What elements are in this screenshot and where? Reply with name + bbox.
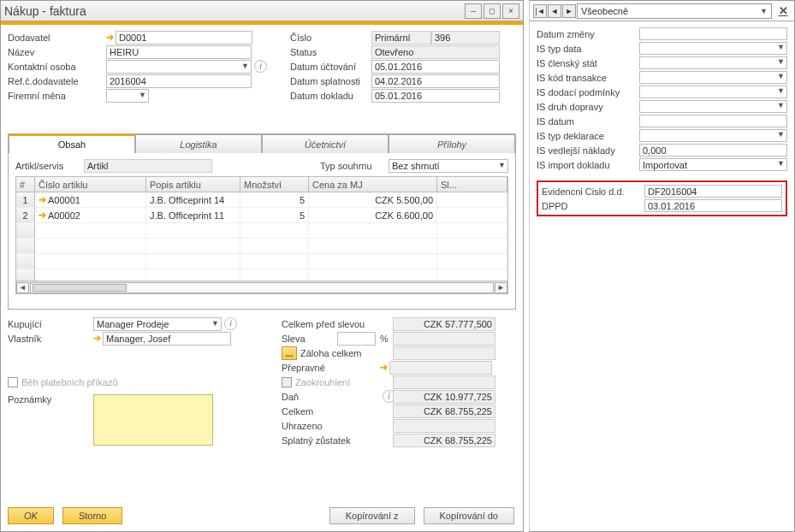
side-field[interactable]: 0,000 [639,144,787,157]
category-combo[interactable]: Všeobecně ▼ [577,3,772,19]
side-field[interactable] [639,27,787,40]
remarks-field[interactable] [93,394,213,446]
discount-pct-field[interactable] [337,332,376,346]
cell-qty[interactable]: 5 [240,208,309,222]
cell-empty[interactable] [146,223,240,238]
close-panel-icon[interactable]: ✕ [775,4,791,18]
col-item-desc[interactable]: Popis artiklu [146,177,240,192]
cell-empty[interactable] [240,223,309,238]
table-row[interactable]: 2➔A00002J.B. Officeprint 115CZK 6.600,00 [16,208,507,223]
cell-empty[interactable] [437,223,507,238]
side-combo[interactable]: ▼ [639,100,787,113]
buyer-combo[interactable]: Manager Prodeje▼ [93,317,222,331]
col-num[interactable]: # [16,177,35,192]
evidence-number-field[interactable]: DF2016004 [644,185,782,198]
downpayment-button[interactable]: ... [282,346,297,360]
owner-field[interactable]: Manager, Josef [103,332,231,346]
side-field[interactable] [639,115,787,127]
side-combo[interactable]: ▼ [639,56,787,69]
refnum-field[interactable]: 2016004 [106,74,252,88]
cell-empty[interactable] [437,239,507,253]
cancel-button[interactable]: Storno [62,507,122,524]
side-combo[interactable]: ▼ [639,129,787,142]
posting-date-field[interactable]: 05.01.2016 [371,60,500,74]
due-date-field[interactable]: 04.02.2016 [371,74,500,88]
link-arrow-icon[interactable]: ➔ [39,210,46,220]
scroll-right-icon[interactable]: ► [495,282,507,293]
cell-empty[interactable] [309,239,437,253]
link-arrow-icon[interactable]: ➔ [93,334,101,343]
buyer-label: Kupující [8,319,93,329]
payment-orders-label: Běh platebních příkazů [21,377,118,387]
cell-empty[interactable] [240,269,309,281]
side-label: IS kód transakce [537,73,639,83]
side-label: IS import dokladu [537,160,639,170]
tab-attachments[interactable]: Přílohy [389,134,515,153]
col-price[interactable]: Cena za MJ [309,177,437,192]
table-row[interactable]: 1➔A00001J.B. Officeprint 145CZK 5.500,00 [16,192,507,208]
cell-empty[interactable] [437,269,507,281]
col-item-no[interactable]: Číslo artiklu [35,177,146,192]
cell-empty[interactable] [35,269,146,281]
nav-prev-icon[interactable]: ◄ [548,4,561,18]
cell-disc[interactable] [437,208,507,222]
tab-logistics[interactable]: Logistika [135,134,262,153]
currency-combo[interactable]: ▼ [106,89,149,103]
cell-empty[interactable] [309,223,437,238]
col-disc[interactable]: Sl... [437,177,507,192]
table-row[interactable] [16,254,507,269]
minimize-button[interactable]: — [465,3,482,19]
scroll-left-icon[interactable]: ◄ [16,282,29,293]
cell-disc[interactable] [437,192,507,207]
cell-price[interactable]: CZK 5.500,00 [309,192,437,207]
hscroll-thumb[interactable] [33,284,127,292]
cell-empty[interactable] [146,254,240,269]
side-combo[interactable]: ▼ [639,42,787,55]
ok-button[interactable]: OK [8,507,54,524]
cell-item-no[interactable]: ➔A00001 [35,192,146,207]
dppd-field[interactable]: 03.01.2016 [644,199,782,212]
maximize-button[interactable]: □ [484,3,501,19]
hscrollbar[interactable]: ◄ ► [16,281,507,293]
cell-price[interactable]: CZK 6.600,00 [309,208,437,222]
table-row[interactable] [16,223,507,239]
cell-empty[interactable] [240,254,309,269]
info-icon[interactable]: i [254,60,267,73]
cell-item-desc[interactable]: J.B. Officeprint 14 [146,192,240,207]
col-qty[interactable]: Množství [240,177,309,192]
cell-empty[interactable] [309,269,437,281]
cell-empty[interactable] [240,239,309,253]
close-button[interactable]: × [502,3,519,19]
cell-empty[interactable] [35,254,146,269]
cell-empty[interactable] [437,254,507,269]
contact-combo[interactable]: ▼ [106,60,252,74]
link-arrow-icon[interactable]: ➔ [380,363,388,372]
cell-qty[interactable]: 5 [240,192,309,207]
side-combo[interactable]: ▼ [639,71,787,84]
link-arrow-icon[interactable]: ➔ [39,195,46,204]
tab-content[interactable]: Obsah [9,134,135,153]
payment-orders-checkbox[interactable] [8,377,18,387]
nav-next-icon[interactable]: ► [562,4,576,18]
copy-to-button[interactable]: Kopírování do [424,507,515,524]
copy-from-button[interactable]: Kopírování z [329,507,415,524]
cell-empty[interactable] [146,269,240,281]
supplier-field[interactable]: D0001 [116,31,252,44]
side-combo[interactable]: ▼ [639,86,787,98]
link-arrow-icon[interactable]: ➔ [106,33,114,42]
info-icon[interactable]: i [224,317,237,330]
tab-accounting[interactable]: Účetnictví [262,134,389,153]
table-row[interactable] [16,269,507,281]
nav-first-icon[interactable]: |◄ [533,4,547,18]
cell-empty[interactable] [35,239,146,253]
cell-item-no[interactable]: ➔A00002 [35,208,146,222]
cell-empty[interactable] [309,254,437,269]
cell-empty[interactable] [35,223,146,238]
name-field[interactable]: HEIRU [106,45,252,59]
side-combo[interactable]: Importovat▼ [639,158,787,171]
cell-item-desc[interactable]: J.B. Officeprint 11 [146,208,240,222]
summary-type-combo[interactable]: Bez shrnutí▼ [389,159,508,173]
doc-date-field[interactable]: 05.01.2016 [371,89,500,103]
cell-empty[interactable] [146,239,240,253]
table-row[interactable] [16,239,507,254]
